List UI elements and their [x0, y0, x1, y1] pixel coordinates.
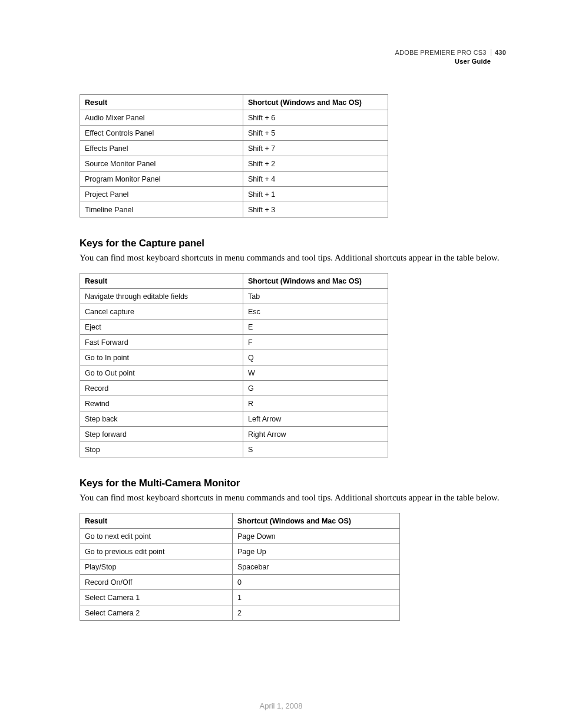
section-intro-multicam: You can find most keyboard shortcuts in …	[80, 492, 506, 503]
table-row: RecordG	[80, 380, 388, 396]
cell-shortcut: 2	[233, 605, 400, 621]
cell-shortcut: 1	[233, 590, 400, 605]
cell-result: Go to next edit point	[80, 529, 233, 544]
cell-shortcut: F	[243, 334, 388, 350]
table-row: Step forwardRight Arrow	[80, 426, 388, 442]
header-result: Result	[80, 513, 233, 529]
section-heading-capture: Keys for the Capture panel	[80, 238, 506, 249]
page-number: 430	[491, 49, 506, 56]
header-shortcut: Shortcut (Windows and Mac OS)	[243, 94, 388, 110]
section-heading-multicam: Keys for the Multi-Camera Monitor	[80, 477, 506, 489]
table-row: Effects PanelShift + 7	[80, 140, 388, 156]
table-row: Play/StopSpacebar	[80, 559, 400, 575]
cell-shortcut: Right Arrow	[243, 426, 388, 442]
footer-date: April 1, 2008	[0, 701, 562, 710]
cell-shortcut: Page Down	[233, 529, 400, 544]
cell-result: Effect Controls Panel	[80, 125, 243, 140]
product-name: ADOBE PREMIERE PRO CS3	[395, 49, 486, 56]
cell-result: Effects Panel	[80, 140, 243, 156]
section-intro-capture: You can find most keyboard shortcuts in …	[80, 252, 506, 263]
table-row: Source Monitor PanelShift + 2	[80, 156, 388, 171]
table-row: Go to previous edit pointPage Up	[80, 544, 400, 559]
cell-shortcut: Left Arrow	[243, 411, 388, 426]
cell-result: Select Camera 1	[80, 590, 233, 605]
cell-result: Select Camera 2	[80, 605, 233, 621]
shortcuts-table-capture: Result Shortcut (Windows and Mac OS) Nav…	[80, 273, 388, 457]
cell-shortcut: Spacebar	[233, 559, 400, 575]
cell-shortcut: Esc	[243, 304, 388, 319]
table-row: Go to In pointQ	[80, 350, 388, 365]
cell-result: Rewind	[80, 396, 243, 411]
table-row: StopS	[80, 442, 388, 457]
cell-result: Record On/Off	[80, 575, 233, 590]
header-shortcut: Shortcut (Windows and Mac OS)	[243, 273, 388, 288]
shortcuts-table-multicam: Result Shortcut (Windows and Mac OS) Go …	[80, 513, 400, 621]
cell-shortcut: Shift + 7	[243, 140, 388, 156]
cell-shortcut: E	[243, 319, 388, 334]
table-row: Step backLeft Arrow	[80, 411, 388, 426]
cell-result: Eject	[80, 319, 243, 334]
header-shortcut: Shortcut (Windows and Mac OS)	[233, 513, 400, 529]
cell-result: Project Panel	[80, 186, 243, 202]
header-result: Result	[80, 273, 243, 288]
header-result: Result	[80, 94, 243, 110]
table-row: Select Camera 22	[80, 605, 400, 621]
cell-result: Audio Mixer Panel	[80, 110, 243, 125]
table-row: Go to next edit pointPage Down	[80, 529, 400, 544]
table-row: Effect Controls PanelShift + 5	[80, 125, 388, 140]
table-header-row: Result Shortcut (Windows and Mac OS)	[80, 273, 388, 288]
cell-result: Fast Forward	[80, 334, 243, 350]
cell-result: Stop	[80, 442, 243, 457]
table-row: RewindR	[80, 396, 388, 411]
guide-label: User Guide	[80, 57, 506, 66]
cell-shortcut: Q	[243, 350, 388, 365]
cell-result: Program Monitor Panel	[80, 171, 243, 186]
cell-shortcut: S	[243, 442, 388, 457]
cell-result: Record	[80, 380, 243, 396]
table-row: Audio Mixer PanelShift + 6	[80, 110, 388, 125]
cell-result: Step forward	[80, 426, 243, 442]
cell-shortcut: Shift + 1	[243, 186, 388, 202]
table-row: Navigate through editable fieldsTab	[80, 288, 388, 304]
cell-result: Go to previous edit point	[80, 544, 233, 559]
table-header-row: Result Shortcut (Windows and Mac OS)	[80, 94, 388, 110]
shortcuts-table-panels: Result Shortcut (Windows and Mac OS) Aud…	[80, 94, 388, 218]
cell-result: Go to In point	[80, 350, 243, 365]
table-row: Program Monitor PanelShift + 4	[80, 171, 388, 186]
table-row: Cancel captureEsc	[80, 304, 388, 319]
cell-result: Step back	[80, 411, 243, 426]
cell-shortcut: 0	[233, 575, 400, 590]
cell-shortcut: W	[243, 365, 388, 380]
cell-shortcut: Shift + 2	[243, 156, 388, 171]
cell-shortcut: G	[243, 380, 388, 396]
table-row: EjectE	[80, 319, 388, 334]
cell-shortcut: Shift + 6	[243, 110, 388, 125]
cell-result: Go to Out point	[80, 365, 243, 380]
cell-result: Cancel capture	[80, 304, 243, 319]
cell-shortcut: Shift + 5	[243, 125, 388, 140]
cell-shortcut: Page Up	[233, 544, 400, 559]
table-row: Timeline PanelShift + 3	[80, 202, 388, 217]
cell-shortcut: Shift + 3	[243, 202, 388, 217]
cell-result: Source Monitor Panel	[80, 156, 243, 171]
cell-shortcut: R	[243, 396, 388, 411]
table-row: Project PanelShift + 1	[80, 186, 388, 202]
cell-shortcut: Tab	[243, 288, 388, 304]
page-header: ADOBE PREMIERE PRO CS3 430 User Guide	[80, 48, 506, 66]
cell-result: Timeline Panel	[80, 202, 243, 217]
table-header-row: Result Shortcut (Windows and Mac OS)	[80, 513, 400, 529]
cell-shortcut: Shift + 4	[243, 171, 388, 186]
cell-result: Navigate through editable fields	[80, 288, 243, 304]
table-row: Go to Out pointW	[80, 365, 388, 380]
table-row: Fast ForwardF	[80, 334, 388, 350]
table-row: Record On/Off0	[80, 575, 400, 590]
table-row: Select Camera 11	[80, 590, 400, 605]
cell-result: Play/Stop	[80, 559, 233, 575]
